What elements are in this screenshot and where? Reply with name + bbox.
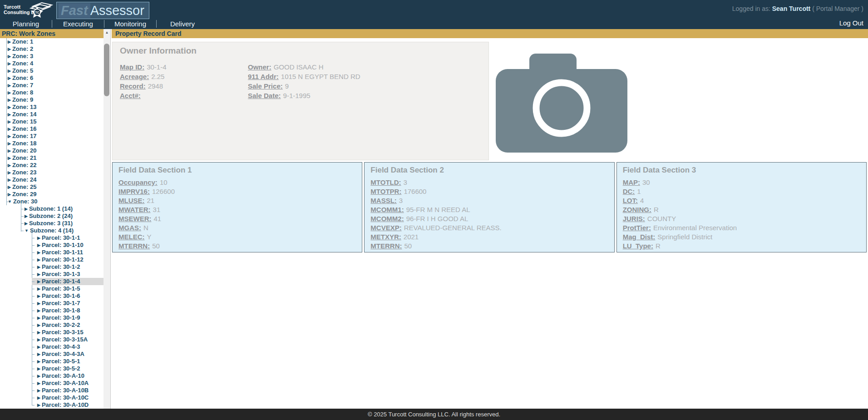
tree-item-zone-29[interactable]: ▶Zone: 29	[0, 191, 104, 198]
tree-item-parcel-30-1-9[interactable]: ▶Parcel: 30-1-9	[0, 314, 104, 321]
tree-item-zone-22[interactable]: ▶Zone: 22	[0, 162, 104, 169]
tree-item-parcel-30-1-5[interactable]: ▶Parcel: 30-1-5	[0, 285, 104, 292]
expand-arrow-icon[interactable]: ▶	[37, 257, 40, 262]
tree-item-zone-21[interactable]: ▶Zone: 21	[0, 154, 104, 162]
expand-arrow-icon[interactable]: ▶	[8, 112, 11, 117]
expand-arrow-icon[interactable]: ▶	[8, 178, 11, 182]
expand-arrow-icon[interactable]: ▶	[8, 61, 11, 66]
expand-arrow-icon[interactable]: ▶	[37, 265, 40, 269]
tree-item-parcel-30-a-10[interactable]: ▶Parcel: 30-A-10	[0, 372, 104, 380]
tree-item-zone-2[interactable]: ▶Zone: 2	[0, 45, 104, 53]
tree-item-zone-15[interactable]: ▶Zone: 15	[0, 118, 104, 125]
expand-arrow-icon[interactable]: ▶	[37, 403, 40, 407]
expand-arrow-icon[interactable]: ▶	[8, 98, 11, 102]
tree-item-parcel-30-1-8[interactable]: ▶Parcel: 30-1-8	[0, 307, 104, 314]
expand-arrow-icon[interactable]: ▶	[8, 163, 11, 168]
expand-arrow-icon[interactable]: ▶	[8, 40, 11, 44]
expand-arrow-icon[interactable]: ▶	[37, 294, 40, 298]
expand-arrow-icon[interactable]: ▶	[37, 330, 40, 335]
expand-arrow-icon[interactable]: ▶	[37, 352, 40, 356]
expand-arrow-icon[interactable]: ▶	[37, 279, 40, 284]
expand-arrow-icon[interactable]: ▶	[37, 337, 40, 342]
tree-item-zone-14[interactable]: ▶Zone: 14	[0, 111, 104, 118]
expand-arrow-icon[interactable]: ▶	[8, 47, 11, 51]
expand-arrow-icon[interactable]: ▶	[8, 127, 11, 131]
tree-item-parcel-30-5-2[interactable]: ▶Parcel: 30-5-2	[0, 365, 104, 372]
expand-arrow-icon[interactable]: ▶	[37, 323, 40, 327]
tree-item-zone-9[interactable]: ▶Zone: 9	[0, 96, 104, 104]
tree-item-parcel-30-1-11[interactable]: ▶Parcel: 30-1-11	[0, 249, 104, 256]
tree-item-parcel-30-1-6[interactable]: ▶Parcel: 30-1-6	[0, 292, 104, 300]
expand-arrow-icon[interactable]: ▶	[37, 381, 40, 385]
collapse-arrow-icon[interactable]: ▼	[8, 199, 12, 204]
nav-tab-delivery[interactable]: Delivery	[157, 20, 208, 28]
expand-arrow-icon[interactable]: ▶	[8, 119, 11, 124]
tree-item-parcel-30-a-10b[interactable]: ▶Parcel: 30-A-10B	[0, 387, 104, 394]
scrollbar-thumb[interactable]	[104, 44, 109, 96]
scroll-up-arrow-icon[interactable]: ▲	[104, 29, 110, 36]
tree-item-zone-7[interactable]: ▶Zone: 7	[0, 82, 104, 89]
tree-item-parcel-30-1-1[interactable]: ▶Parcel: 30-1-1	[0, 234, 104, 242]
expand-arrow-icon[interactable]: ▶	[25, 214, 28, 218]
tree-item-parcel-30-1-7[interactable]: ▶Parcel: 30-1-7	[0, 300, 104, 307]
expand-arrow-icon[interactable]: ▶	[8, 148, 11, 153]
tree-item-parcel-30-1-12[interactable]: ▶Parcel: 30-1-12	[0, 256, 104, 263]
tree-item-parcel-30-3-15[interactable]: ▶Parcel: 30-3-15	[0, 329, 104, 336]
tree-item-parcel-30-a-10d[interactable]: ▶Parcel: 30-A-10D	[0, 401, 104, 409]
expand-arrow-icon[interactable]: ▶	[8, 105, 11, 109]
tree-item-parcel-30-1-4[interactable]: ▶Parcel: 30-1-4	[0, 278, 104, 285]
nav-tab-executing[interactable]: Executing	[52, 20, 104, 28]
expand-arrow-icon[interactable]: ▶	[8, 185, 11, 189]
sidebar-scrollbar[interactable]: ▲	[104, 29, 110, 409]
tree-item-zone-8[interactable]: ▶Zone: 8	[0, 89, 104, 96]
expand-arrow-icon[interactable]: ▶	[37, 388, 40, 393]
tree-item-zone-13[interactable]: ▶Zone: 13	[0, 104, 104, 111]
collapse-arrow-icon[interactable]: ▼	[25, 228, 29, 233]
expand-arrow-icon[interactable]: ▶	[8, 90, 11, 95]
tree-item-parcel-30-1-10[interactable]: ▶Parcel: 30-1-10	[0, 242, 104, 249]
tree-item-zone-5[interactable]: ▶Zone: 5	[0, 67, 104, 74]
tree-item-zone-23[interactable]: ▶Zone: 23	[0, 169, 104, 176]
expand-arrow-icon[interactable]: ▶	[37, 345, 40, 349]
tree-item-subzone-4-14[interactable]: ▼Subzone: 4 (14)	[0, 227, 104, 234]
tree-item-zone-1[interactable]: ▶Zone: 1	[0, 38, 104, 45]
expand-arrow-icon[interactable]: ▶	[37, 301, 40, 306]
tree-item-parcel-30-1-2[interactable]: ▶Parcel: 30-1-2	[0, 263, 104, 271]
expand-arrow-icon[interactable]: ▶	[37, 287, 40, 291]
expand-arrow-icon[interactable]: ▶	[37, 374, 40, 378]
expand-arrow-icon[interactable]: ▶	[37, 395, 40, 400]
expand-arrow-icon[interactable]: ▶	[37, 272, 40, 277]
expand-arrow-icon[interactable]: ▶	[8, 83, 11, 88]
tree-item-zone-17[interactable]: ▶Zone: 17	[0, 133, 104, 140]
logout-button[interactable]: Log Out	[839, 19, 863, 27]
expand-arrow-icon[interactable]: ▶	[8, 170, 11, 175]
tree-item-zone-4[interactable]: ▶Zone: 4	[0, 60, 104, 67]
tree-item-zone-25[interactable]: ▶Zone: 25	[0, 183, 104, 191]
tree-item-parcel-30-2-2[interactable]: ▶Parcel: 30-2-2	[0, 321, 104, 329]
expand-arrow-icon[interactable]: ▶	[8, 141, 11, 146]
expand-arrow-icon[interactable]: ▶	[8, 156, 11, 160]
tree-item-parcel-30-a-10a[interactable]: ▶Parcel: 30-A-10A	[0, 380, 104, 387]
expand-arrow-icon[interactable]: ▶	[37, 236, 40, 240]
expand-arrow-icon[interactable]: ▶	[37, 359, 40, 364]
tree-item-parcel-30-3-15a[interactable]: ▶Parcel: 30-3-15A	[0, 336, 104, 343]
tree-item-subzone-1-14[interactable]: ▶Subzone: 1 (14)	[0, 205, 104, 212]
tree-item-parcel-30-1-3[interactable]: ▶Parcel: 30-1-3	[0, 271, 104, 278]
tree-item-zone-30[interactable]: ▼Zone: 30	[0, 198, 104, 205]
nav-tab-monitoring[interactable]: Monitoring	[104, 20, 156, 28]
tree-item-zone-3[interactable]: ▶Zone: 3	[0, 53, 104, 60]
tree-item-parcel-30-4-3[interactable]: ▶Parcel: 30-4-3	[0, 343, 104, 351]
expand-arrow-icon[interactable]: ▶	[8, 54, 11, 59]
tree-item-zone-20[interactable]: ▶Zone: 20	[0, 147, 104, 154]
tree-item-zone-6[interactable]: ▶Zone: 6	[0, 74, 104, 82]
tree-item-zone-24[interactable]: ▶Zone: 24	[0, 176, 104, 183]
expand-arrow-icon[interactable]: ▶	[25, 221, 28, 226]
expand-arrow-icon[interactable]: ▶	[8, 134, 11, 138]
tree-item-parcel-30-5-1[interactable]: ▶Parcel: 30-5-1	[0, 358, 104, 365]
expand-arrow-icon[interactable]: ▶	[25, 207, 28, 211]
expand-arrow-icon[interactable]: ▶	[8, 192, 11, 197]
tree-item-subzone-3-31[interactable]: ▶Subzone: 3 (31)	[0, 220, 104, 227]
tree-item-parcel-30-a-10c[interactable]: ▶Parcel: 30-A-10C	[0, 394, 104, 401]
expand-arrow-icon[interactable]: ▶	[8, 76, 11, 80]
expand-arrow-icon[interactable]: ▶	[37, 316, 40, 320]
